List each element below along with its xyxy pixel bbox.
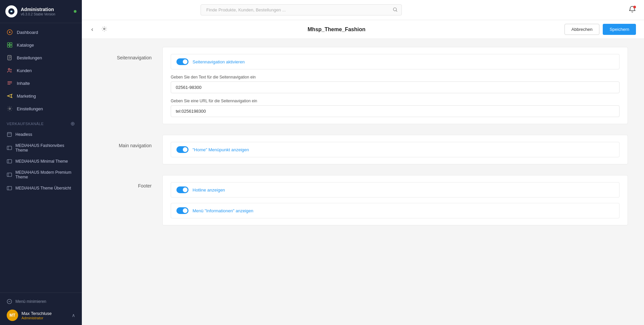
verkauf-section-header: Verkaufskanäle ⊕ xyxy=(0,115,82,129)
info-menu-toggle-row: Menü "Informationen" anzeigen xyxy=(171,203,620,218)
info-menu-toggle[interactable] xyxy=(176,207,189,214)
minimal-icon xyxy=(7,159,12,164)
fashionvibes-icon xyxy=(7,145,12,151)
svg-point-3 xyxy=(9,32,11,33)
sidebar-item-dashboard-label: Dashboard xyxy=(17,30,38,35)
notification-button[interactable] xyxy=(629,6,636,14)
svg-rect-6 xyxy=(7,45,9,47)
channel-minimal-label: MEDIAHAUS Minimal Theme xyxy=(15,159,68,164)
seitennavigation-section: Seitennavigation Seitennavigation aktivi… xyxy=(98,47,628,124)
svg-rect-26 xyxy=(7,186,11,190)
channel-headless-label: Headless xyxy=(15,132,32,137)
topbar xyxy=(82,0,644,20)
sidebar-item-bestellungen[interactable]: Bestellungen xyxy=(0,51,82,64)
notification-dot xyxy=(633,6,636,8)
footer-label: Footer xyxy=(98,175,152,225)
svg-line-31 xyxy=(396,10,397,11)
channel-overview-label: MEDIAHAUS Theme Übersicht xyxy=(15,186,71,191)
svg-rect-18 xyxy=(7,132,11,137)
app-title-block: Administration v6.3.0.2 Stable Version xyxy=(21,7,55,16)
sidebar-nav: Dashboard Kataloge xyxy=(0,23,82,292)
save-button[interactable]: Speichern xyxy=(603,24,636,35)
svg-rect-5 xyxy=(10,43,12,45)
scroll-content: Seitennavigation Seitennavigation aktivi… xyxy=(82,39,644,325)
channel-fashionvibes-label: MEDIAHAUS Fashionvibes Theme xyxy=(15,143,75,153)
topbar-right xyxy=(629,6,636,14)
sidebar-item-inhalte-label: Inhalte xyxy=(17,81,30,86)
svg-point-30 xyxy=(393,8,396,11)
search-button[interactable] xyxy=(392,7,398,13)
home-menu-toggle[interactable] xyxy=(176,146,189,153)
main-navigation-label: Main navigation xyxy=(98,135,152,164)
url-field-label: Geben Sie eine URL für die Seitennavigat… xyxy=(171,99,620,103)
home-toggle-row: "Home" Menüpunkt anzeigen xyxy=(171,142,620,157)
sidebar-item-kunden-label: Kunden xyxy=(17,68,32,73)
svg-point-12 xyxy=(8,68,10,70)
marketing-icon xyxy=(7,93,13,99)
text-field-label: Geben Sie den Text für die Seitennavigat… xyxy=(171,75,620,79)
app-logo xyxy=(5,5,17,17)
headless-icon xyxy=(7,132,12,137)
page-title: Mhsp_Theme_Fashion xyxy=(114,26,559,33)
hotline-toggle[interactable] xyxy=(176,186,189,193)
minimize-label: Menü minimieren xyxy=(15,299,46,304)
sidebar-item-marketing[interactable]: Marketing xyxy=(0,90,82,102)
seitennavigation-toggle-label: Seitennavigation aktivieren xyxy=(193,59,245,64)
user-role: Administrator xyxy=(21,316,68,320)
svg-rect-16 xyxy=(7,84,10,85)
channel-minimal[interactable]: MEDIAHAUS Minimal Theme xyxy=(0,156,82,167)
sidebar-item-dashboard[interactable]: Dashboard xyxy=(0,26,82,39)
sidebar: Administration v6.3.0.2 Stable Version D… xyxy=(0,0,82,325)
page-settings-button[interactable] xyxy=(100,24,109,35)
svg-rect-14 xyxy=(7,82,12,82)
channel-headless[interactable]: Headless xyxy=(0,129,82,140)
sidebar-item-einstellungen-label: Einstellungen xyxy=(17,106,43,111)
channel-fashionvibes[interactable]: MEDIAHAUS Fashionvibes Theme xyxy=(0,140,82,156)
user-info: Max Terschluse Administrator xyxy=(21,311,68,320)
svg-point-17 xyxy=(9,108,11,110)
user-avatar: MT xyxy=(7,310,18,321)
overview-icon xyxy=(7,185,12,191)
app-title: Administration xyxy=(21,7,55,12)
minimize-button[interactable]: Menü minimieren xyxy=(5,297,76,306)
app-version: v6.3.0.2 Stable Version xyxy=(21,12,55,16)
modern-icon xyxy=(7,172,12,177)
header-actions: Abbrechen Speichern xyxy=(565,24,636,35)
cancel-button[interactable]: Abbrechen xyxy=(565,24,600,35)
channel-modern[interactable]: MEDIAHAUS Modern Premium Theme xyxy=(0,167,82,182)
user-section: MT Max Terschluse Administrator ∧ xyxy=(5,306,76,321)
status-dot xyxy=(74,10,76,13)
search-input[interactable] xyxy=(201,4,402,15)
channel-modern-label: MEDIAHAUS Modern Premium Theme xyxy=(15,170,75,179)
seitennavigation-card: Seitennavigation aktivieren Geben Sie de… xyxy=(162,47,628,124)
page-header: ‹ Mhsp_Theme_Fashion Abbrechen Speichern xyxy=(82,20,644,39)
add-channel-icon[interactable]: ⊕ xyxy=(70,120,75,127)
user-menu-chevron[interactable]: ∧ xyxy=(72,313,75,318)
svg-point-1 xyxy=(11,11,12,12)
sidebar-item-inhalte[interactable]: Inhalte xyxy=(0,77,82,90)
svg-rect-20 xyxy=(7,146,11,150)
search-container xyxy=(201,4,402,15)
sidebar-item-einstellungen[interactable]: Einstellungen xyxy=(0,102,82,115)
footer-section: Footer Hotline anzeigen Menü "Informatio… xyxy=(98,175,628,225)
customers-icon xyxy=(7,67,13,73)
sidebar-item-kataloge[interactable]: Kataloge xyxy=(0,39,82,51)
svg-rect-7 xyxy=(10,45,12,47)
url-field-group: Geben Sie eine URL für die Seitennavigat… xyxy=(171,99,620,117)
sidebar-header: Administration v6.3.0.2 Stable Version xyxy=(0,0,82,23)
hotline-toggle-row: Hotline anzeigen xyxy=(171,182,620,198)
main-navigation-card: "Home" Menüpunkt anzeigen xyxy=(162,135,628,164)
seitennavigation-label: Seitennavigation xyxy=(98,47,152,124)
back-button[interactable]: ‹ xyxy=(90,24,95,34)
seitennavigation-toggle[interactable] xyxy=(176,58,189,65)
url-field-input[interactable] xyxy=(171,105,620,117)
svg-rect-15 xyxy=(7,83,12,84)
channel-overview[interactable]: MEDIAHAUS Theme Übersicht xyxy=(0,182,82,194)
sidebar-item-bestellungen-label: Bestellungen xyxy=(17,55,42,60)
sidebar-item-kunden[interactable]: Kunden xyxy=(0,64,82,77)
info-menu-toggle-label: Menü "Informationen" anzeigen xyxy=(193,208,253,213)
settings-icon xyxy=(7,106,13,112)
text-field-input[interactable] xyxy=(171,82,620,93)
orders-icon xyxy=(7,55,13,61)
content-icon xyxy=(7,80,13,86)
